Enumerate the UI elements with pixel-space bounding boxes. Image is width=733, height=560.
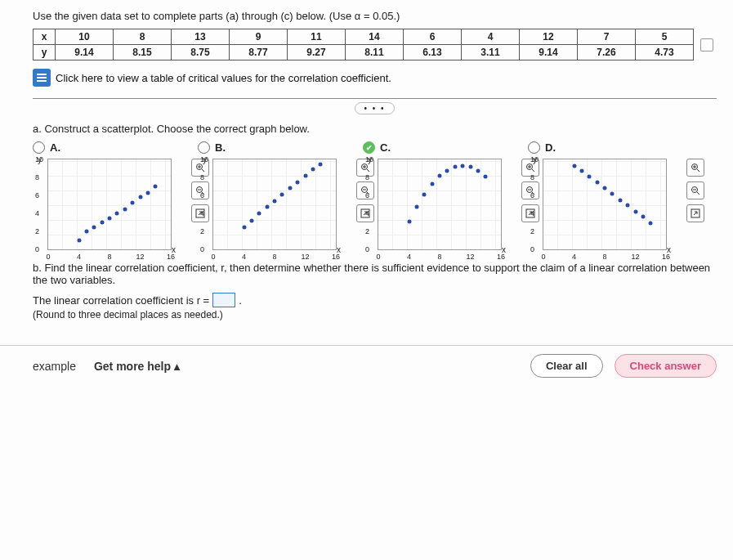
y-tick: 10 (365, 155, 373, 164)
y-tick: 6 (365, 191, 369, 199)
data-point (115, 212, 119, 216)
choice-c[interactable]: C. y 04812160246810 x (363, 141, 518, 250)
x-tick: 4 (242, 253, 246, 261)
data-point (280, 192, 284, 196)
data-table: x 10 8 13 9 11 14 6 4 12 7 5 y 9.14 8.15… (33, 29, 694, 60)
check-answer-button[interactable]: Check answer (615, 354, 717, 378)
table-row-y: y 9.14 8.15 8.75 8.77 9.27 8.11 6.13 3.1… (34, 45, 694, 60)
data-point (108, 216, 112, 220)
radio-c[interactable] (363, 141, 375, 154)
data-point (84, 230, 88, 234)
y-tick: 2 (200, 227, 204, 235)
data-point (610, 191, 615, 195)
y-tick: 2 (35, 227, 39, 235)
zoom-in-icon[interactable] (686, 159, 704, 177)
y-tick: 6 (530, 191, 534, 199)
data-point (303, 173, 307, 177)
x-tick: 0 (541, 253, 545, 261)
clear-all-button[interactable]: Clear all (530, 354, 603, 378)
x-tick: 4 (407, 253, 411, 261)
data-point (145, 190, 150, 195)
data-point (453, 165, 457, 169)
y-tick: 0 (365, 245, 369, 253)
data-point (649, 222, 653, 226)
x-tick: 12 (136, 253, 144, 261)
radio-a[interactable] (33, 141, 45, 154)
data-point (468, 165, 472, 169)
table-row-x: x 10 8 13 9 11 14 6 4 12 7 5 (34, 29, 694, 45)
eq-after: . (239, 294, 242, 307)
more-help-link[interactable]: Get more help ▴ (94, 360, 180, 373)
data-point (407, 219, 411, 223)
data-point (484, 174, 488, 178)
data-point (445, 168, 449, 172)
y-tick: 10 (530, 155, 539, 164)
r-input[interactable] (212, 293, 235, 307)
data-point (92, 225, 96, 229)
zoom-out-icon[interactable] (686, 181, 704, 199)
expand-icon[interactable] (686, 204, 704, 222)
choice-d[interactable]: D. y 04812160246810 x (528, 141, 683, 250)
y-tick: 8 (365, 173, 369, 181)
choice-b[interactable]: B. y 04812160246810 x (198, 141, 353, 250)
svg-line-17 (532, 169, 534, 172)
document-icon (33, 69, 51, 87)
data-point (414, 204, 418, 208)
x-tick: 0 (376, 253, 380, 261)
data-point (588, 174, 592, 178)
eq-label: The linear correlation coefficient is r … (33, 294, 209, 307)
choice-label: D. (545, 141, 556, 154)
scatter-chart: 04812160246810 x (47, 159, 172, 250)
example-link[interactable]: example (33, 360, 76, 373)
svg-line-1 (202, 169, 204, 172)
y-tick: 0 (530, 245, 534, 253)
choice-a[interactable]: A. y 04812160246810 x (33, 141, 188, 250)
data-point (626, 204, 630, 208)
x-tick: 0 (46, 253, 50, 261)
data-point (138, 195, 142, 199)
data-point (100, 221, 104, 225)
x-tick: 8 (107, 253, 111, 261)
data-point (257, 212, 261, 216)
equation-row: The linear correlation coefficient is r … (33, 293, 717, 307)
row-label: x (34, 29, 56, 45)
data-point (296, 180, 300, 184)
radio-b[interactable] (198, 141, 210, 154)
data-point (618, 198, 622, 202)
x-axis-label: x (502, 245, 506, 254)
y-tick: 4 (365, 209, 369, 217)
y-tick: 10 (200, 155, 208, 164)
caret-up-icon: ▴ (174, 360, 180, 373)
y-tick: 10 (35, 155, 43, 164)
svg-line-29 (697, 192, 699, 195)
data-point (249, 218, 253, 222)
y-tick: 8 (35, 173, 39, 181)
radio-d[interactable] (528, 141, 540, 154)
x-axis-label: x (337, 245, 341, 254)
y-tick: 8 (200, 173, 204, 181)
instruction-text: Use the given data set to complete parts… (33, 10, 717, 22)
expand-dots[interactable]: • • • (33, 102, 717, 114)
data-point (288, 186, 292, 190)
round-note: (Round to three decimal places as needed… (33, 309, 717, 320)
y-tick: 0 (200, 245, 204, 253)
scatter-chart: 04812160246810 x (212, 159, 337, 250)
data-point (265, 205, 269, 209)
data-point (438, 174, 442, 178)
scatter-chart: 04812160246810 x (543, 159, 667, 250)
data-point (131, 200, 135, 204)
choice-label: C. (380, 141, 391, 154)
y-tick: 4 (200, 209, 204, 217)
critical-values-link[interactable]: Click here to view a table of critical v… (33, 69, 717, 87)
data-point (476, 168, 480, 172)
copy-table-icon[interactable] (700, 38, 713, 52)
data-point (311, 168, 315, 172)
choice-label: B. (215, 141, 226, 154)
x-tick: 12 (466, 253, 474, 261)
footer-bar: example Get more help ▴ Clear all Check … (0, 345, 733, 378)
data-point (123, 207, 127, 211)
svg-line-9 (367, 169, 369, 172)
part-b-text: b. Find the linear correlation coefficie… (33, 262, 717, 286)
x-tick: 4 (572, 253, 576, 261)
choice-label: A. (50, 141, 60, 154)
